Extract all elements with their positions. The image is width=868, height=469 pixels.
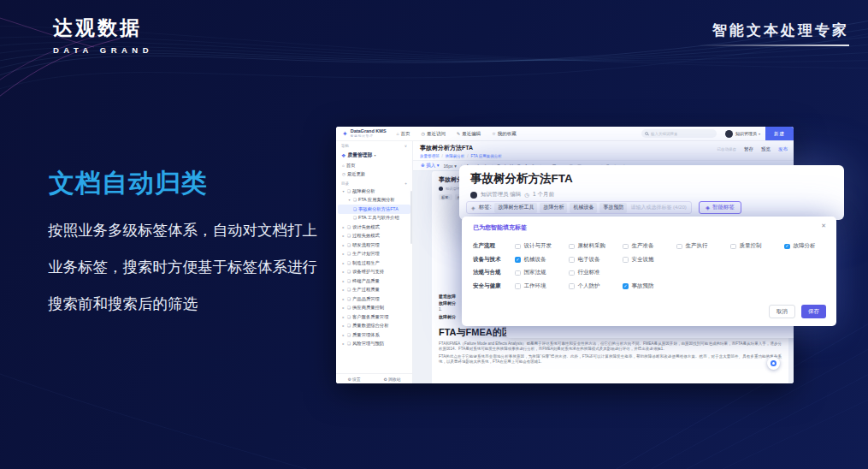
doc-action-2[interactable]: 发布 (778, 146, 788, 152)
dialog-option[interactable]: 质量控制 (730, 242, 784, 250)
checkbox[interactable] (730, 244, 736, 250)
sidebar-collapse-icon[interactable]: ∨ (404, 144, 407, 148)
smart-tag-button[interactable]: ◈ 智能标签 (699, 201, 741, 214)
tree-caret-icon[interactable]: ▸ (341, 315, 345, 319)
doc-fragment: 建造故障 (439, 293, 464, 300)
checkbox[interactable] (569, 244, 575, 250)
tag-chip[interactable]: 机械设备 (570, 203, 597, 213)
tree-caret-icon[interactable]: ▸ (341, 270, 345, 274)
catalog-add-icon[interactable]: + (404, 181, 407, 186)
checkbox[interactable] (784, 244, 790, 250)
sidebar-tree-item[interactable]: ▸❏终端产品质量 (338, 276, 410, 286)
save-button[interactable]: 保存 (801, 305, 826, 318)
sidebar-item[interactable]: ◷最近更新 (336, 170, 412, 180)
close-icon[interactable]: ✕ (821, 223, 826, 229)
sidebar-tree-item[interactable]: ▾❏FTA 应用案例分析 (338, 196, 410, 205)
tree-caret-icon[interactable]: ▸ (341, 324, 345, 328)
tree-caret-icon[interactable]: ▸ (341, 333, 345, 337)
tree-caret-icon[interactable]: ▸ (341, 252, 345, 256)
dialog-option[interactable]: 生产执行 (676, 242, 730, 250)
doc-action-1[interactable]: 预览 (761, 146, 771, 152)
breadcrumb-link[interactable]: 故障树分析 (446, 154, 465, 158)
tree-caret-icon[interactable]: ▸ (341, 279, 345, 283)
sidebar-tree-item[interactable]: ▸❏设备维护与支持 (338, 268, 410, 277)
sidebar-tree-item[interactable]: ▸❏研发流程管理 (338, 240, 410, 250)
tree-caret-icon[interactable]: ▸ (341, 225, 345, 229)
checkbox[interactable] (623, 283, 629, 289)
sidebar-tree-item[interactable]: ▸❏生产过程质量 (338, 286, 410, 295)
breadcrumb-link[interactable]: 质量管理部 (420, 154, 440, 158)
sidebar-dept[interactable]: ❖ 质量管理部 ▾ (336, 150, 412, 161)
tree-caret-icon[interactable]: ▾ (347, 198, 351, 202)
dialog-option[interactable]: 工作环境 (515, 282, 569, 290)
checkbox[interactable] (515, 270, 521, 276)
tree-caret-icon[interactable]: ▸ (341, 341, 345, 346)
sidebar-tree-item[interactable]: ▸❏过程失效模式 (338, 232, 410, 241)
tree-caret-icon[interactable]: ▸ (341, 234, 345, 238)
dialog-option[interactable]: 行业标准 (569, 269, 623, 276)
checkbox[interactable] (515, 257, 521, 263)
sidebar-tree-item[interactable]: ▸❏生产计划管理 (338, 250, 410, 259)
checkbox[interactable] (569, 270, 575, 276)
checkbox[interactable] (515, 283, 521, 289)
ai-assistant-button[interactable] (767, 357, 780, 370)
checkbox[interactable] (676, 244, 682, 250)
tag-chip[interactable]: 故障树分析工具 (494, 203, 537, 213)
checkbox[interactable] (515, 244, 521, 250)
tag-chip[interactable]: 故障分析 (540, 203, 567, 213)
app-nav-item[interactable]: ⌂首页 (397, 131, 410, 137)
chevron-down-icon: ▾ (374, 153, 375, 157)
sidebar-tree-item[interactable]: ▸❏质量管理体系 (338, 330, 410, 340)
user-avatar[interactable] (725, 130, 733, 138)
sidebar-footer-item[interactable]: ♻ 回收站 (384, 377, 401, 382)
sidebar-tree-item[interactable]: ▸❏质量数据综合分析 (338, 322, 410, 331)
sidebar-item[interactable]: ⌂首页 (336, 161, 412, 170)
sidebar-tree-item[interactable]: ▸❏风险管理与预防 (338, 340, 410, 349)
sidebar-tree-item[interactable]: ▸❏制造过程生产 (338, 258, 410, 268)
dialog-option[interactable]: 故障分析 (784, 242, 838, 250)
cancel-button[interactable]: 取消 (769, 305, 795, 318)
user-name[interactable]: 知识管理员 (735, 131, 757, 136)
checkbox[interactable] (623, 257, 629, 263)
new-button[interactable]: 新建 (765, 127, 794, 140)
checkbox[interactable] (623, 244, 629, 250)
tree-caret-icon[interactable]: ▸ (341, 288, 345, 292)
tag-chip[interactable]: 事故预防 (599, 203, 627, 213)
sidebar-tree-item[interactable]: ▸❏客户服务质量管理 (338, 312, 410, 322)
breadcrumb-link[interactable]: FTA 应用案例分析 (471, 154, 502, 158)
tree-caret-icon[interactable]: ▸ (341, 297, 345, 301)
tree-caret-icon[interactable]: ▸ (341, 261, 345, 265)
doc-action-0[interactable]: 暂存 (744, 146, 753, 152)
tree-caret-icon[interactable]: ▾ (341, 189, 345, 193)
insert-button[interactable]: ⊕ 插入 ▾ (421, 163, 439, 169)
app-nav-item[interactable]: ☆我的收藏 (492, 131, 516, 137)
dialog-option[interactable]: 生产准备 (623, 242, 676, 250)
app-nav-item[interactable]: ✎最近编辑 (457, 131, 481, 137)
dialog-option[interactable]: 个人防护 (569, 282, 623, 290)
page-tag-chip[interactable]: 标签: (439, 194, 452, 200)
dialog-option[interactable]: 事故预防 (623, 282, 676, 290)
sidebar-scrollbar[interactable] (410, 191, 412, 244)
sidebar-tree-item[interactable]: ▸❏产品品质管理 (338, 294, 410, 304)
sidebar-tree-item[interactable]: ▾❏故障树分析 (338, 187, 410, 196)
sidebar-tree-item[interactable]: ❏FTA 工具与软件介绍 (338, 214, 410, 223)
app-logo[interactable]: DataGrand KMS 智能知识管理 (351, 129, 387, 138)
app-nav-item[interactable]: ◷最近访问 (422, 131, 446, 137)
sidebar-footer-item[interactable]: ⚙ 设置 (347, 377, 360, 382)
dialog-option[interactable]: 电子设备 (569, 256, 623, 264)
dialog-option[interactable]: 设计与开发 (515, 242, 569, 250)
dialog-option[interactable]: 机械设备 (515, 256, 569, 264)
checkbox[interactable] (569, 257, 575, 263)
tag-input[interactable]: ◈ 标签: 故障树分析工具故障分析机械设备事故预防 请输入或选择标签 (4/20… (466, 201, 692, 214)
sidebar-tree-item[interactable]: ❏事故树分析方法FTA (338, 205, 410, 214)
tree-caret-icon[interactable]: ▸ (341, 306, 345, 310)
dialog-option[interactable]: 国家法规 (515, 269, 569, 276)
dialog-option[interactable]: 原材料采购 (569, 242, 623, 250)
toolbar-icon[interactable]: 16px ▾ (443, 163, 456, 169)
tree-caret-icon[interactable]: ▸ (341, 243, 345, 247)
sidebar-tree-item[interactable]: ▸❏供应商质量控制 (338, 304, 410, 313)
search-input[interactable]: 输入关键词搜索 (641, 129, 717, 138)
sidebar-tree-item[interactable]: ▸❏设计失效模式 (338, 223, 410, 232)
dialog-option[interactable]: 安全设施 (623, 256, 676, 264)
checkbox[interactable] (569, 283, 575, 289)
